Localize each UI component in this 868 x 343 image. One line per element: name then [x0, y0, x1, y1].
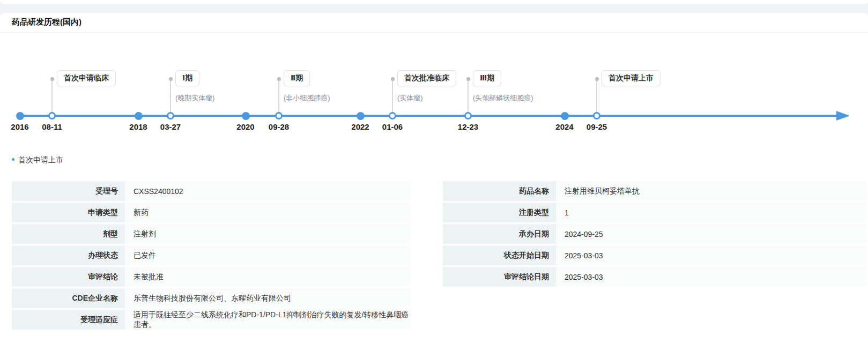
event-date: 09-28 [257, 122, 300, 131]
event-indication: (非小细胞肺癌) [284, 93, 330, 103]
row-value: 适用于既往经至少二线系统化疗和PD-1/PD-L1抑制剂治疗失败的复发/转移性鼻… [125, 310, 411, 330]
table-row: 承办日期 2024-09-25 [443, 224, 867, 244]
event-connector [51, 79, 53, 114]
row-label: 状态开始日期 [443, 245, 556, 265]
event-label-box[interactable]: 首次申请上市 [602, 70, 661, 86]
event-connector-dot [391, 77, 395, 81]
event-indication: (实体瘤) [397, 93, 423, 103]
row-label: 注册类型 [443, 203, 556, 222]
row-value: 注射剂 [125, 224, 411, 244]
event-connector-dot [466, 77, 470, 81]
event-connector-dot [50, 77, 54, 81]
event-connector [468, 79, 469, 114]
row-value: CXSS2400102 [125, 181, 411, 201]
row-label: 受理号 [12, 181, 125, 201]
event-connector-dot [595, 77, 599, 81]
event-node[interactable] [464, 112, 472, 120]
event-indication: (晚期实体瘤) [175, 93, 215, 103]
row-label: 申请类型 [12, 203, 125, 222]
row-label: 剂型 [12, 224, 125, 244]
year-dot [242, 112, 250, 120]
row-value: 2025-03-03 [556, 267, 867, 287]
drug-development-card: 药品研发历程(国内) 2016 2018 2020 2022 2024 [0, 13, 868, 343]
year-dot [561, 112, 569, 120]
detail-table-right: 药品名称 注射用维贝柯妥塔单抗 注册类型 1 承办日期 2024-09-25 状… [443, 181, 867, 288]
year-dot [16, 112, 24, 120]
row-label: CDE企业名称 [12, 288, 125, 308]
event-connector [170, 79, 171, 114]
table-row: 注册类型 1 [443, 203, 867, 222]
event-connector [596, 79, 597, 114]
row-label: 药品名称 [443, 181, 556, 201]
previous-card-bottom [0, 0, 868, 4]
table-row: CDE企业名称 乐普生物科技股份有限公司、东曜药业有限公司 [12, 288, 411, 308]
row-value: 未被批准 [125, 267, 411, 287]
event-label-box[interactable]: Ⅲ期 [473, 70, 501, 86]
table-row: 受理适应症 适用于既往经至少二线系统化疗和PD-1/PD-L1抑制剂治疗失败的复… [12, 310, 411, 330]
event-connector-dot [169, 77, 173, 81]
table-row: 受理号 CXSS2400102 [12, 181, 411, 201]
event-node[interactable] [275, 112, 283, 120]
timeline-arrow-icon [836, 111, 850, 121]
event-label-box[interactable]: Ⅱ期 [284, 70, 310, 86]
row-value: 已发件 [125, 245, 411, 265]
row-value: 新药 [125, 203, 411, 222]
event-date: 01-06 [371, 122, 414, 131]
selected-event-heading: 首次申请上市 [12, 155, 63, 165]
selected-event-title: 首次申请上市 [18, 155, 63, 164]
row-value: 1 [556, 203, 867, 222]
event-label-box[interactable]: 首次申请临床 [57, 70, 116, 86]
table-row: 剂型 注射剂 [12, 224, 411, 244]
row-value: 2024-09-25 [556, 224, 867, 244]
table-row: 申请类型 新药 [12, 203, 411, 222]
event-node[interactable] [593, 112, 600, 120]
event-node[interactable] [167, 112, 174, 120]
bullet-icon [12, 158, 14, 161]
row-value: 乐普生物科技股份有限公司、东曜药业有限公司 [125, 288, 411, 308]
page-title: 药品研发历程(国内) [0, 13, 868, 33]
row-value: 2025-03-03 [556, 245, 867, 265]
table-row: 办理状态 已发件 [12, 245, 411, 265]
table-row: 审评结论 未被批准 [12, 267, 411, 287]
row-label: 受理适应症 [12, 310, 125, 330]
row-value: 注射用维贝柯妥塔单抗 [556, 181, 867, 201]
year-dot [135, 112, 143, 120]
event-indication: (头颈部鳞状细胞癌) [473, 93, 533, 103]
event-label-box[interactable]: 首次批准临床 [397, 70, 456, 86]
event-connector [278, 79, 279, 114]
event-date: 12-23 [447, 122, 489, 131]
row-label: 办理状态 [12, 245, 125, 265]
table-row: 状态开始日期 2025-03-03 [443, 245, 867, 265]
event-node[interactable] [48, 112, 56, 120]
table-row: 审评结论日期 2025-03-03 [443, 267, 867, 287]
table-row: 药品名称 注射用维贝柯妥塔单抗 [443, 181, 867, 201]
event-date: 09-25 [575, 122, 618, 131]
event-label-box[interactable]: Ⅰ期 [175, 70, 199, 86]
event-connector [392, 79, 393, 114]
event-connector-dot [277, 77, 281, 81]
event-node[interactable] [389, 112, 396, 120]
row-label: 审评结论 [12, 267, 125, 287]
row-label: 承办日期 [443, 224, 556, 244]
detail-table-left: 受理号 CXSS2400102 申请类型 新药 剂型 注射剂 办理状态 已发件 … [12, 181, 411, 331]
event-date: 03-27 [149, 122, 192, 131]
row-label: 审评结论日期 [443, 267, 556, 287]
year-dot [357, 112, 365, 120]
event-date: 08-11 [31, 122, 73, 131]
